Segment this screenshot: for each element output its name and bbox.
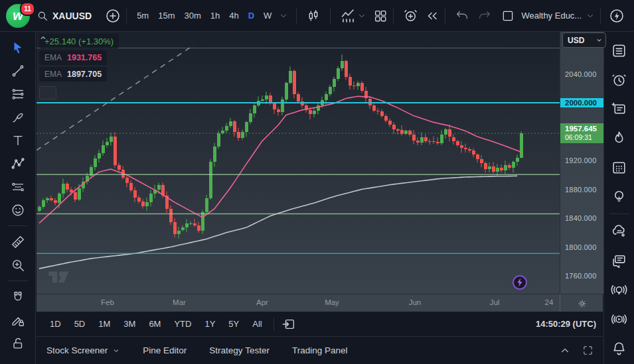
chevron-down-icon[interactable] [279, 11, 288, 21]
add-symbol-icon[interactable] [105, 8, 121, 24]
chart-style-icon[interactable] [306, 9, 321, 23]
redo-icon[interactable] [477, 9, 492, 23]
bottom-panel-bar: Stock Screener Pine Editor Strategy Test… [37, 337, 603, 364]
range-1m-button[interactable]: 1M [93, 316, 116, 332]
range-6m-button[interactable]: 6M [143, 316, 166, 332]
level-price-badge: 2000.000 [560, 98, 603, 107]
toolbar-divider [8, 225, 28, 226]
tradingview-app: w 11 XAUUSD 5m15m30m1h4hDW Wealthy Educ.… [0, 0, 634, 364]
timeframe-1h[interactable]: 1h [206, 8, 224, 23]
thought-cloud-icon[interactable] [607, 217, 632, 246]
chevron-down-icon[interactable] [357, 11, 366, 21]
range-ytd-button[interactable]: YTD [169, 316, 197, 332]
legend-collapse-button[interactable] [39, 86, 56, 99]
lightning-badge-icon[interactable] [512, 274, 528, 290]
range-3m-button[interactable]: 3M [118, 316, 141, 332]
price-tick: 1840.000 [565, 214, 596, 222]
tab-stock-screener[interactable]: Stock Screener [46, 345, 120, 355]
layout-square-icon[interactable] [501, 9, 515, 23]
app-logo[interactable]: w 11 [6, 4, 30, 28]
broadcast-icon[interactable] [607, 304, 632, 334]
undo-icon[interactable] [455, 9, 469, 23]
symbol-search-button[interactable]: XAUUSD [52, 11, 92, 21]
draw-lock-tool-icon[interactable] [5, 308, 31, 332]
chart-region: +25.140 (+1.30%) EMA 1931.765 EMA 1897.7… [37, 32, 603, 364]
range-5d-button[interactable]: 5D [69, 316, 91, 332]
range-all-button[interactable]: All [247, 316, 267, 332]
tab-strategy-tester[interactable]: Strategy Tester [209, 345, 270, 355]
bell-icon[interactable] [607, 334, 632, 363]
bulb-rays-icon[interactable] [607, 275, 632, 304]
right-sidebar [603, 32, 634, 364]
watchlist-icon[interactable] [607, 36, 632, 65]
tab-label: Stock Screener [46, 345, 108, 355]
bar-replay-icon[interactable] [425, 9, 439, 23]
timeframe-W[interactable]: W [259, 8, 276, 23]
timeframe-30m[interactable]: 30m [179, 8, 205, 23]
timeframe-5m[interactable]: 5m [132, 8, 153, 23]
chart-legend: +25.140 (+1.30%) EMA 1931.765 EMA 1897.7… [39, 34, 119, 99]
indicators-icon[interactable] [340, 8, 356, 24]
lock-tool-icon[interactable] [5, 332, 31, 355]
time-axis[interactable]: FebMarAprMayJunJul24 [37, 294, 603, 312]
chevron-down-icon [112, 347, 120, 355]
timeframe-4h[interactable]: 4h [224, 8, 243, 23]
time-tick-Feb: Feb [101, 298, 114, 306]
ruler-tool-icon[interactable] [5, 230, 31, 253]
account-menu-button[interactable]: Wealthy Educ... [521, 11, 582, 21]
expand-panel-icon[interactable] [560, 345, 570, 356]
currency-dropdown[interactable]: USD [562, 32, 606, 48]
server-clock: 14:50:29 (UTC) [536, 319, 596, 329]
price-axis[interactable]: 2080.0002040.0001920.0001880.0001840.000… [560, 32, 603, 294]
toolbar-divider [600, 8, 601, 24]
note-plus-icon[interactable] [607, 94, 632, 123]
toolbar-divider [126, 8, 127, 24]
indicator-row-ema-fast[interactable]: EMA 1931.765 [39, 50, 107, 65]
range-5y-button[interactable]: 5Y [223, 316, 244, 332]
create-alert-icon[interactable] [403, 8, 418, 23]
chart-pane[interactable]: +25.140 (+1.30%) EMA 1931.765 EMA 1897.7… [37, 32, 560, 294]
lightbulb-icon[interactable] [607, 182, 632, 211]
gear-icon[interactable] [577, 298, 588, 309]
toolbar-divider [296, 8, 297, 24]
zoom-in-tool-icon[interactable] [5, 253, 31, 276]
chevron-down-icon[interactable] [586, 11, 595, 21]
fib-retracement-tool-icon[interactable] [5, 82, 31, 105]
axis-settings-cell[interactable] [560, 294, 603, 312]
timeframe-D[interactable]: D [244, 8, 259, 23]
indicator-row-ema-slow[interactable]: EMA 1897.705 [39, 67, 107, 82]
chat-icon[interactable] [607, 246, 632, 275]
quick-flash-icon[interactable] [609, 8, 625, 24]
alarm-clock-icon[interactable] [607, 65, 632, 94]
price-tick: 1760.000 [565, 272, 596, 280]
trend-line-tool-icon[interactable] [5, 59, 31, 82]
magnet-tool-icon[interactable] [5, 285, 31, 308]
emoji-tool-icon[interactable] [5, 198, 31, 221]
range-1y-button[interactable]: 1Y [199, 316, 220, 332]
price-tick: 1800.000 [565, 243, 596, 251]
range-1d-button[interactable]: 1D [44, 316, 66, 332]
long-position-tool-icon[interactable] [5, 175, 31, 198]
top-toolbar: w 11 XAUUSD 5m15m30m1h4hDW Wealthy Educ.… [0, 0, 634, 32]
search-icon[interactable] [37, 10, 48, 22]
range-divider [274, 318, 274, 331]
toolbar-divider [445, 8, 445, 24]
bar-countdown: 06:09:31 [565, 133, 603, 142]
brush-tool-icon[interactable] [5, 105, 31, 129]
fullscreen-icon[interactable] [582, 345, 594, 356]
flame-icon[interactable] [607, 123, 632, 152]
toolbar-divider [8, 280, 28, 281]
notification-badge: 11 [20, 2, 35, 16]
price-tick: 1880.000 [565, 186, 596, 194]
timeframe-15m[interactable]: 15m [153, 8, 179, 23]
tab-trading-panel[interactable]: Trading Panel [292, 345, 348, 355]
indicator-value: 1897.705 [67, 70, 102, 79]
chevron-down-icon [596, 37, 602, 43]
layout-grid-icon[interactable] [373, 9, 388, 23]
go-to-date-icon[interactable] [281, 317, 296, 332]
cursor-tool-icon[interactable] [5, 36, 31, 59]
text-tool-icon[interactable] [5, 129, 31, 152]
calendar-dots-icon[interactable] [607, 152, 632, 182]
xabcd-pattern-tool-icon[interactable] [5, 152, 31, 175]
tab-pine-editor[interactable]: Pine Editor [143, 345, 187, 355]
